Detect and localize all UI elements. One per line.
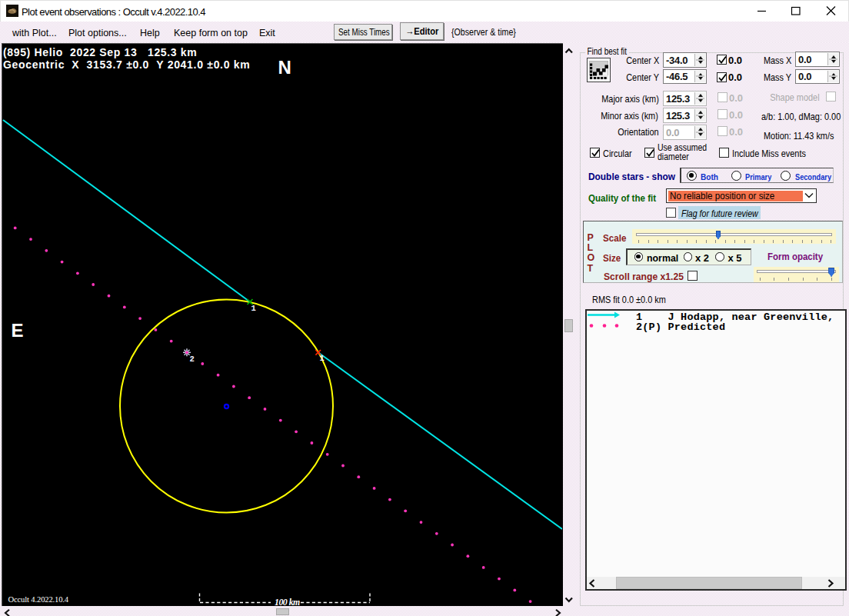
svg-text:2: 2 bbox=[190, 355, 195, 364]
svg-text:Occult 4.2022.10.4: Occult 4.2022.10.4 bbox=[8, 594, 69, 603]
svg-text:N: N bbox=[278, 57, 291, 78]
svg-text:1: 1 bbox=[320, 354, 325, 363]
svg-text:100 km: 100 km bbox=[275, 596, 300, 605]
svg-text:1: 1 bbox=[251, 304, 256, 313]
svg-text:Geocentric X 3153.7 ±0.0 Y: Geocentric X 3153.7 ±0.0 Y 2041.0 ±0.0 k… bbox=[3, 58, 250, 70]
svg-text:E: E bbox=[12, 319, 24, 340]
svg-text:(895) Helio 2022 Sep 13 125: (895) Helio 2022 Sep 13 125.3 km bbox=[3, 45, 197, 58]
